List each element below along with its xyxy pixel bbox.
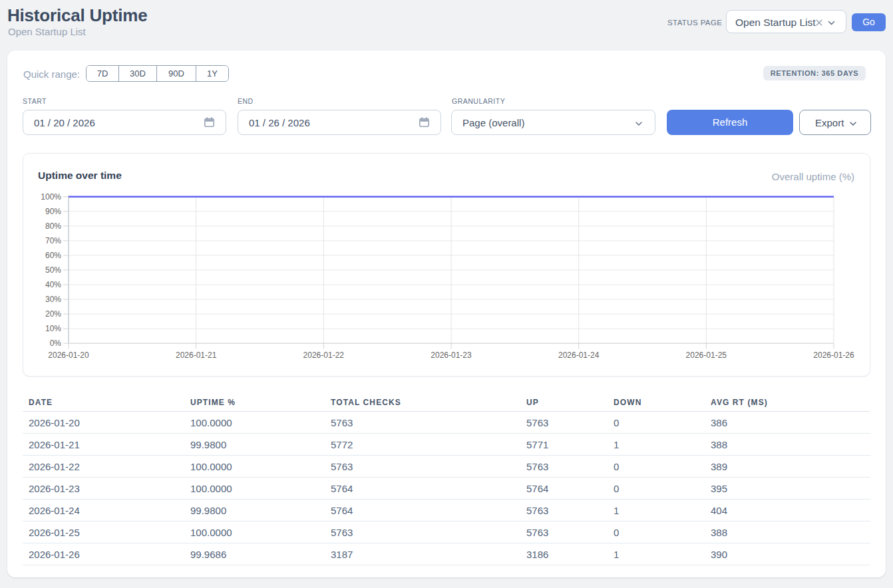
svg-text:20%: 20% bbox=[45, 309, 61, 319]
svg-text:0%: 0% bbox=[50, 339, 62, 348]
svg-text:30%: 30% bbox=[45, 295, 61, 304]
svg-text:10%: 10% bbox=[45, 324, 61, 333]
svg-text:2026-01-25: 2026-01-25 bbox=[686, 351, 727, 360]
svg-text:2026-01-26: 2026-01-26 bbox=[813, 351, 854, 360]
svg-text:2026-01-21: 2026-01-21 bbox=[176, 351, 217, 360]
svg-text:2026-01-24: 2026-01-24 bbox=[558, 351, 600, 360]
svg-text:50%: 50% bbox=[45, 265, 61, 275]
svg-text:2026-01-20: 2026-01-20 bbox=[48, 351, 89, 360]
svg-text:100%: 100% bbox=[41, 192, 61, 202]
svg-text:60%: 60% bbox=[45, 251, 61, 260]
svg-text:2026-01-22: 2026-01-22 bbox=[303, 351, 345, 360]
svg-text:40%: 40% bbox=[45, 280, 61, 289]
svg-text:70%: 70% bbox=[45, 236, 61, 245]
svg-text:2026-01-23: 2026-01-23 bbox=[431, 351, 472, 360]
svg-text:90%: 90% bbox=[45, 207, 61, 216]
svg-text:80%: 80% bbox=[45, 221, 61, 231]
